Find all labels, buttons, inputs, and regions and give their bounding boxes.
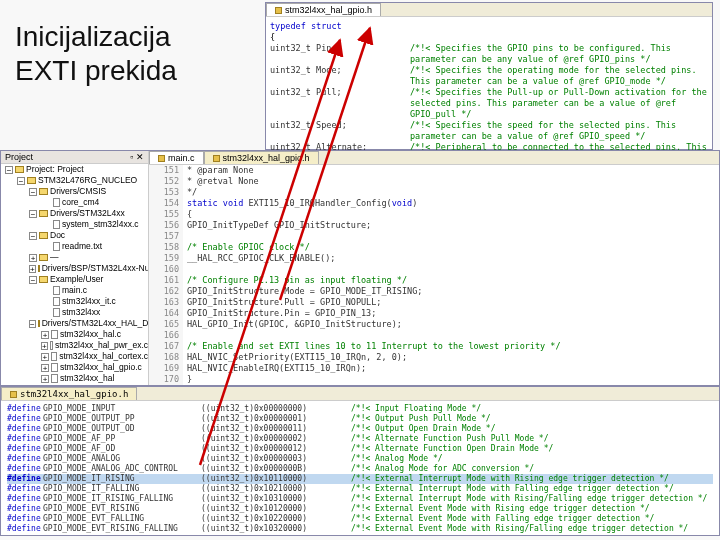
define-row[interactable]: #defineGPIO_MODE_OUTPUT_PP((uint32_t)0x0… xyxy=(7,414,713,424)
source-line: { xyxy=(187,209,719,220)
struct-field-comment: /*!< Specifies the GPIO pins to be confi… xyxy=(410,43,708,65)
tree-item[interactable]: +stm32l4xx_hal_gpio.c xyxy=(41,362,148,373)
source-code[interactable]: * @param None * @retval None */static vo… xyxy=(183,165,719,385)
struct-panel: stm32l4xx_hal_gpio.h typedef struct { ui… xyxy=(265,2,713,150)
tree-item-label: stm32l4xx_hal_pwr_ex.c xyxy=(55,340,148,351)
file-icon xyxy=(53,198,60,207)
code-tab-gpio[interactable]: stm32l4xx_hal_gpio.h xyxy=(204,151,319,164)
expand-icon[interactable]: − xyxy=(29,276,37,284)
expand-icon[interactable]: + xyxy=(41,342,48,350)
define-row[interactable]: #defineGPIO_MODE_AF_PP((uint32_t)0x00000… xyxy=(7,434,713,444)
tree-item[interactable]: −STM32L476RG_NUCLEO xyxy=(17,175,148,186)
define-row[interactable]: #defineGPIO_MODE_EVT_FALLING((uint32_t)0… xyxy=(7,514,713,524)
tree-item-label: stm32l4xx_hal.c xyxy=(60,329,121,340)
define-row[interactable]: #defineGPIO_MODE_IT_FALLING((uint32_t)0x… xyxy=(7,484,713,494)
code-body[interactable]: 1511521531541551561571581591601611621631… xyxy=(149,165,719,385)
define-value: ((uint32_t)0x00000000) xyxy=(201,404,351,414)
define-comment: /*!< Output Open Drain Mode */ xyxy=(351,424,496,434)
define-row[interactable]: #defineGPIO_MODE_IT_RISING_FALLING((uint… xyxy=(7,494,713,504)
folder-icon xyxy=(38,320,40,327)
expand-icon[interactable]: + xyxy=(41,375,49,383)
tree-item[interactable]: −Drivers/STM32L4xx xyxy=(29,208,148,219)
expand-icon[interactable]: − xyxy=(29,210,37,218)
project-tree[interactable]: Project ▫ ✕ −Project: Project−STM32L476R… xyxy=(1,151,149,385)
file-icon xyxy=(51,352,58,361)
expand-icon[interactable]: − xyxy=(29,232,37,240)
define-comment: /*!< External Event Mode with Falling ed… xyxy=(351,514,654,524)
file-icon xyxy=(275,7,282,14)
source-line xyxy=(187,231,719,242)
expand-icon[interactable]: + xyxy=(41,353,49,361)
source-line: GPIO_InitStructure.Pin = GPIO_PIN_13; xyxy=(187,308,719,319)
tree-item[interactable]: −Doc xyxy=(29,230,148,241)
struct-field: uint32_t Pin;/*!< Specifies the GPIO pin… xyxy=(270,43,708,65)
source-line: /* Configure PC.13 pin as input floating… xyxy=(187,275,719,286)
define-row-highlighted[interactable]: #defineGPIO_MODE_IT_RISING((uint32_t)0x1… xyxy=(7,474,713,484)
tree-item[interactable]: −Drivers/CMSIS xyxy=(29,186,148,197)
define-comment: /*!< Analog Mode for ADC conversion */ xyxy=(351,464,534,474)
expand-icon[interactable]: − xyxy=(29,320,36,328)
tree-item[interactable]: +stm32l4xx_hal_cortex.c xyxy=(41,351,148,362)
tree-item[interactable]: core_cm4 xyxy=(41,197,148,208)
ide-panel: Project ▫ ✕ −Project: Project−STM32L476R… xyxy=(0,150,720,386)
define-value: ((uint32_t)0x00000011) xyxy=(201,424,351,434)
source-line: __HAL_RCC_GPIOC_CLK_ENABLE(); xyxy=(187,253,719,264)
tree-item[interactable]: +stm32l4xx_hal_pwr_ex.c xyxy=(41,340,148,351)
tree-item-label: Drivers/STM32L4xx xyxy=(50,208,125,219)
define-name: GPIO_MODE_OUTPUT_OD xyxy=(43,424,201,434)
defines-tab[interactable]: stm32l4xx_hal_gpio.h xyxy=(1,387,137,400)
define-keyword: #define xyxy=(7,404,43,414)
tree-item[interactable]: +— xyxy=(29,252,148,263)
tree-item[interactable]: system_stm32l4xx.c xyxy=(41,219,148,230)
struct-field-decl: uint32_t Pull; xyxy=(270,87,410,120)
define-comment: /*!< Output Push Pull Mode */ xyxy=(351,414,491,424)
source-line: * @param None xyxy=(187,165,719,176)
tree-item[interactable]: +Drivers/BSP/STM32L4xx-Nu.. xyxy=(29,263,148,274)
define-row[interactable]: #defineGPIO_MODE_ANALOG_ADC_CONTROL((uin… xyxy=(7,464,713,474)
source-line: } xyxy=(187,374,719,385)
tree-item[interactable]: main.c xyxy=(41,285,148,296)
define-row[interactable]: #defineGPIO_MODE_EVT_RISING_FALLING((uin… xyxy=(7,524,713,534)
expand-icon[interactable]: − xyxy=(17,177,25,185)
define-row[interactable]: #defineGPIO_MODE_AF_OD((uint32_t)0x00000… xyxy=(7,444,713,454)
struct-tab[interactable]: stm32l4xx_hal_gpio.h xyxy=(266,3,381,16)
expand-icon[interactable]: − xyxy=(29,188,37,196)
expand-icon[interactable]: + xyxy=(29,265,36,273)
tree-item[interactable]: stm32l4xx xyxy=(41,307,148,318)
tree-item-label: stm32l4xx_hal_gpio.c xyxy=(60,362,142,373)
project-panel-controls[interactable]: ▫ ✕ xyxy=(130,152,144,162)
tree-item[interactable]: −Example/User xyxy=(29,274,148,285)
expand-icon[interactable]: + xyxy=(41,364,49,372)
struct-field-comment: /*!< Specifies the speed for the selecte… xyxy=(410,120,708,142)
source-line xyxy=(187,264,719,275)
file-icon xyxy=(53,308,60,317)
code-tab-main[interactable]: main.c xyxy=(149,151,204,164)
file-icon xyxy=(53,297,60,306)
define-row[interactable]: #defineGPIO_MODE_ANALOG((uint32_t)0x0000… xyxy=(7,454,713,464)
define-keyword: #define xyxy=(7,504,43,514)
define-keyword: #define xyxy=(7,424,43,434)
tree-item-label: Example/User xyxy=(50,274,103,285)
tree-item[interactable]: stm32l4xx_it.c xyxy=(41,296,148,307)
source-line: static void EXTI15_10_IRQHandler_Config(… xyxy=(187,198,719,209)
expand-icon[interactable]: + xyxy=(41,331,49,339)
tree-item-label: stm32l4xx_it.c xyxy=(62,296,116,307)
typedef-keyword: typedef struct xyxy=(270,21,342,31)
define-row[interactable]: #defineGPIO_MODE_INPUT((uint32_t)0x00000… xyxy=(7,404,713,414)
tree-item[interactable]: readme.txt xyxy=(41,241,148,252)
tree-item[interactable]: −Drivers/STM32L4xx_HAL_Driv... xyxy=(29,318,148,329)
tree-item-label: core_cm4 xyxy=(62,197,99,208)
file-icon xyxy=(51,330,58,339)
expand-icon[interactable]: − xyxy=(5,166,13,174)
tree-item-label: readme.txt xyxy=(62,241,102,252)
define-keyword: #define xyxy=(7,444,43,454)
source-line: GPIO_InitStructure.Pull = GPIO_NOPULL; xyxy=(187,297,719,308)
define-comment: /*!< External Event Mode with Rising edg… xyxy=(351,504,650,514)
tree-item[interactable]: +stm32l4xx_hal xyxy=(41,373,148,384)
expand-icon[interactable]: + xyxy=(29,254,37,262)
defines-body[interactable]: #defineGPIO_MODE_INPUT((uint32_t)0x00000… xyxy=(1,401,719,537)
tree-item[interactable]: +stm32l4xx_hal.c xyxy=(41,329,148,340)
tree-item[interactable]: −Project: Project xyxy=(5,164,148,175)
define-row[interactable]: #defineGPIO_MODE_OUTPUT_OD((uint32_t)0x0… xyxy=(7,424,713,434)
define-row[interactable]: #defineGPIO_MODE_EVT_RISING((uint32_t)0x… xyxy=(7,504,713,514)
